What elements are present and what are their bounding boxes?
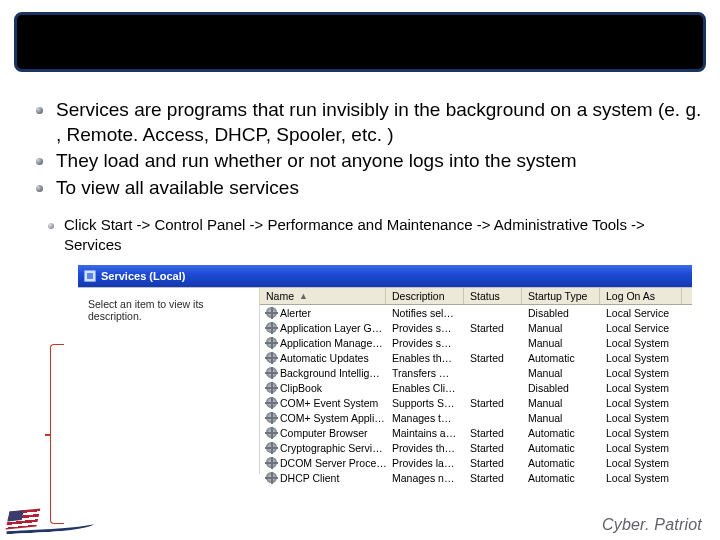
col-label: Name — [266, 290, 294, 302]
cell-name: Cryptographic Servi… — [260, 442, 386, 454]
table-row[interactable]: Cryptographic Servi…Provides th…StartedA… — [260, 440, 692, 455]
service-name: COM+ System Appli… — [280, 412, 385, 424]
cell-logon: Local Service — [600, 307, 682, 319]
table-header: Name▲ Description Status Startup Type Lo… — [260, 288, 692, 305]
red-bracket — [50, 344, 64, 524]
table-row[interactable]: Application Manage…Provides s…ManualLoca… — [260, 335, 692, 350]
col-header-startup[interactable]: Startup Type — [522, 288, 600, 304]
cell-description: Provides s… — [386, 337, 464, 349]
bullet-item: They load and run whether or not anyone … — [36, 149, 706, 174]
service-name: ClipBook — [280, 382, 322, 394]
table-row[interactable]: COM+ Event SystemSupports S…StartedManua… — [260, 395, 692, 410]
cell-startup: Manual — [522, 337, 600, 349]
gear-icon — [266, 412, 277, 423]
service-name: Alerter — [280, 307, 311, 319]
services-screenshot: Services (Local) Select an item to view … — [78, 265, 692, 485]
table-row[interactable]: DHCP ClientManages n…StartedAutomaticLoc… — [260, 470, 692, 485]
cell-name: Background Intellig… — [260, 367, 386, 379]
gear-icon — [266, 427, 277, 438]
cell-description: Provides la… — [386, 457, 464, 469]
slide: Services are programs that run invisibly… — [0, 0, 720, 540]
brand-text: Cyber. Patriot — [602, 516, 702, 534]
window-titlebar: Services (Local) — [78, 265, 692, 287]
gear-icon — [266, 352, 277, 363]
cell-name: DCOM Server Proce… — [260, 457, 386, 469]
col-header-name[interactable]: Name▲ — [260, 288, 386, 304]
bullet-item: Services are programs that run invisibly… — [36, 98, 706, 147]
col-label: Status — [470, 290, 500, 302]
table-row[interactable]: Computer BrowserMaintains a…StartedAutom… — [260, 425, 692, 440]
sub-bullets: Click Start -> Control Panel -> Performa… — [48, 215, 706, 256]
cell-logon: Local System — [600, 427, 682, 439]
table-row[interactable]: ClipBookEnables Cli…DisabledLocal System — [260, 380, 692, 395]
cell-startup: Automatic — [522, 442, 600, 454]
cell-name: COM+ System Appli… — [260, 412, 386, 424]
cell-startup: Manual — [522, 397, 600, 409]
col-label: Description — [392, 290, 445, 302]
gear-icon — [266, 307, 277, 318]
table-row[interactable]: DCOM Server Proce…Provides la…StartedAut… — [260, 455, 692, 470]
cell-logon: Local System — [600, 472, 682, 484]
col-header-description[interactable]: Description — [386, 288, 464, 304]
table-row[interactable]: Automatic UpdatesEnables th…StartedAutom… — [260, 350, 692, 365]
col-header-status[interactable]: Status — [464, 288, 522, 304]
cell-name: Application Layer G… — [260, 322, 386, 334]
service-name: Computer Browser — [280, 427, 368, 439]
cell-name: Computer Browser — [260, 427, 386, 439]
bullet-text: They load and run whether or not anyone … — [56, 150, 577, 171]
cell-logon: Local System — [600, 397, 682, 409]
cell-startup: Automatic — [522, 352, 600, 364]
cell-startup: Disabled — [522, 307, 600, 319]
cell-name: Alerter — [260, 307, 386, 319]
cell-description: Enables th… — [386, 352, 464, 364]
main-bullets: Services are programs that run invisibly… — [36, 98, 706, 201]
cell-logon: Local System — [600, 412, 682, 424]
bullet-text: To view all available services — [56, 177, 299, 198]
table-row[interactable]: Application Layer G…Provides s…StartedMa… — [260, 320, 692, 335]
table-row[interactable]: Background Intellig…Transfers …ManualLoc… — [260, 365, 692, 380]
col-label: Startup Type — [528, 290, 587, 302]
sub-bullet-item: Click Start -> Control Panel -> Performa… — [48, 215, 706, 256]
cell-description: Enables Cli… — [386, 382, 464, 394]
gear-icon — [266, 322, 277, 333]
service-name: DHCP Client — [280, 472, 339, 484]
cell-startup: Disabled — [522, 382, 600, 394]
title-bar — [14, 12, 706, 72]
cell-status: Started — [464, 442, 522, 454]
gear-icon — [266, 337, 277, 348]
cell-startup: Automatic — [522, 472, 600, 484]
gear-icon — [266, 382, 277, 393]
sub-bullet-text: Click Start -> Control Panel -> Performa… — [64, 216, 645, 253]
gear-icon — [266, 367, 277, 378]
cell-description: Supports S… — [386, 397, 464, 409]
cell-description: Manages n… — [386, 472, 464, 484]
table-rows: AlerterNotifies sel…DisabledLocal Servic… — [260, 305, 692, 485]
cell-description: Transfers … — [386, 367, 464, 379]
service-name: Cryptographic Servi… — [280, 442, 383, 454]
cell-status: Started — [464, 457, 522, 469]
service-name: Application Manage… — [280, 337, 383, 349]
cell-status: Started — [464, 472, 522, 484]
services-table: Name▲ Description Status Startup Type Lo… — [260, 288, 692, 485]
cell-startup: Manual — [522, 412, 600, 424]
service-name: Automatic Updates — [280, 352, 369, 364]
table-row[interactable]: COM+ System Appli…Manages t…ManualLocal … — [260, 410, 692, 425]
cell-logon: Local System — [600, 457, 682, 469]
cell-startup: Manual — [522, 367, 600, 379]
bullet-item: To view all available services — [36, 176, 706, 201]
table-row[interactable]: AlerterNotifies sel…DisabledLocal Servic… — [260, 305, 692, 320]
col-header-logon[interactable]: Log On As — [600, 288, 682, 304]
cell-startup: Automatic — [522, 427, 600, 439]
cell-status: Started — [464, 427, 522, 439]
col-label: Log On As — [606, 290, 655, 302]
cell-status: Started — [464, 397, 522, 409]
cell-status: Started — [464, 322, 522, 334]
gear-icon — [266, 472, 277, 483]
cell-description: Maintains a… — [386, 427, 464, 439]
service-name: COM+ Event System — [280, 397, 378, 409]
cell-description: Provides th… — [386, 442, 464, 454]
cell-logon: Local System — [600, 352, 682, 364]
service-name: DCOM Server Proce… — [280, 457, 386, 469]
footer-logo — [6, 504, 94, 534]
cell-name: Automatic Updates — [260, 352, 386, 364]
